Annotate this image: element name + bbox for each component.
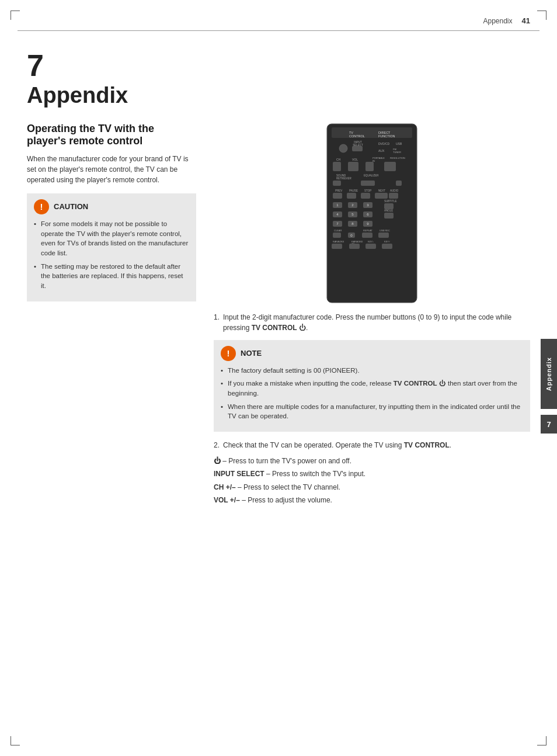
header-page-number: 41 xyxy=(522,16,530,25)
svg-text:CLEAR: CLEAR xyxy=(334,229,342,232)
note-title: NOTE xyxy=(241,349,262,358)
step-2-list: 2. Check that the TV can be operated. Op… xyxy=(214,440,530,450)
svg-text:EQUALIZER: EQUALIZER xyxy=(364,174,379,177)
svg-text:REPEAT: REPEAT xyxy=(363,229,373,232)
svg-text:RETRIEVER: RETRIEVER xyxy=(336,177,352,180)
note-box: ! NOTE The factory default setting is 00… xyxy=(214,340,530,432)
step-1-text: Input the 2-digit manufacturer code. Pre… xyxy=(223,313,511,332)
svg-text:USB REC: USB REC xyxy=(380,229,390,232)
svg-rect-27 xyxy=(333,181,341,186)
svg-text:CONTROL: CONTROL xyxy=(349,134,365,138)
svg-text:KEY♭: KEY♭ xyxy=(368,240,374,243)
svg-rect-76 xyxy=(349,244,360,249)
caution-item-1: For some models it may not be possible t… xyxy=(34,219,189,258)
svg-rect-77 xyxy=(365,244,376,249)
svg-text:FUNCTION: FUNCTION xyxy=(378,134,395,138)
svg-text:RESOLUTION: RESOLUTION xyxy=(390,157,405,159)
def-power: ⏻ – Press to turn the TV's power on and … xyxy=(214,456,530,466)
def-ch: CH +/– – Press to select the TV channel. xyxy=(214,483,530,493)
svg-rect-65 xyxy=(333,233,341,238)
svg-rect-78 xyxy=(382,244,392,249)
corner-mark-tr xyxy=(537,11,546,20)
caution-icon: ! xyxy=(34,199,49,214)
sidebar-appendix-tab: Appendix xyxy=(541,339,557,409)
svg-rect-28 xyxy=(361,181,375,186)
note-item-2: If you make a mistake when inputting the… xyxy=(221,379,523,398)
main-content: 7 Appendix Operating the TV with the pla… xyxy=(27,35,530,733)
section-heading: Operating the TV with the player's remot… xyxy=(27,123,196,148)
svg-text:AUX: AUX xyxy=(378,149,385,152)
caution-box: ! CAUTION For some models it may not be … xyxy=(27,193,196,301)
sidebar-chapter-number: 7 xyxy=(541,415,557,434)
note-icon: ! xyxy=(221,346,236,361)
svg-rect-75 xyxy=(332,244,342,249)
step-2-text: Check that the TV can be operated. Opera… xyxy=(223,441,451,449)
svg-text:PREV: PREV xyxy=(335,189,342,192)
svg-text:KARAOKE: KARAOKE xyxy=(333,240,344,243)
svg-rect-47 xyxy=(384,203,394,209)
svg-rect-23 xyxy=(384,162,396,171)
svg-rect-21 xyxy=(348,162,358,171)
chapter-title: Appendix xyxy=(27,83,530,109)
def-input-select: INPUT SELECT – Press to switch the TV's … xyxy=(214,469,530,479)
caution-item-2: The setting may be restored to the defau… xyxy=(34,262,189,291)
svg-text:CH: CH xyxy=(336,158,341,161)
svg-rect-69 xyxy=(378,233,389,238)
note-item-3: When there are multiple codes for a manu… xyxy=(221,402,523,421)
header-section: Appendix xyxy=(483,17,512,25)
sidebar-label: Appendix xyxy=(545,357,552,391)
svg-text:DVD/CD: DVD/CD xyxy=(378,142,390,145)
svg-text:NEXT: NEXT xyxy=(378,189,385,192)
two-column-layout: Operating the TV with the player's remot… xyxy=(27,123,530,509)
corner-mark-br xyxy=(537,736,546,745)
svg-point-10 xyxy=(339,144,347,152)
svg-rect-55 xyxy=(384,213,394,219)
section-body: When the manufacturer code for your bran… xyxy=(27,154,196,185)
corner-mark-bl xyxy=(11,736,20,745)
svg-text:AUDIO: AUDIO xyxy=(390,189,399,192)
svg-rect-29 xyxy=(396,181,402,186)
svg-rect-1 xyxy=(332,127,412,138)
svg-rect-37 xyxy=(375,193,388,199)
svg-text:USB: USB xyxy=(396,142,402,145)
caution-title: CAUTION xyxy=(54,202,88,211)
svg-rect-11 xyxy=(352,146,363,151)
svg-rect-35 xyxy=(347,193,356,199)
step-1-number: 1. xyxy=(214,312,220,322)
svg-rect-36 xyxy=(361,193,370,199)
svg-rect-68 xyxy=(362,233,373,238)
note-header: ! NOTE xyxy=(221,346,523,361)
corner-mark-tl xyxy=(11,11,20,20)
svg-rect-34 xyxy=(333,193,342,199)
svg-text:KEY♯: KEY♯ xyxy=(384,240,390,243)
step-2: 2. Check that the TV can be operated. Op… xyxy=(214,440,530,450)
svg-rect-20 xyxy=(333,162,341,171)
svg-text:ANGLE: ANGLE xyxy=(384,209,393,212)
remote-image-container: TV CONTROL DIRECT FUNCTION INPUT SELECT … xyxy=(214,123,530,304)
svg-text:SUBTITLE: SUBTITLE xyxy=(384,200,397,203)
header-divider xyxy=(18,30,539,31)
caution-header: ! CAUTION xyxy=(34,199,189,214)
chapter-number: 7 xyxy=(27,50,530,81)
svg-text:PAUSE: PAUSE xyxy=(349,189,358,192)
right-column: TV CONTROL DIRECT FUNCTION INPUT SELECT … xyxy=(214,123,530,509)
svg-text:VOL: VOL xyxy=(352,158,358,161)
caution-list: For some models it may not be possible t… xyxy=(34,219,189,291)
step-1: 1. Input the 2-digit manufacturer code. … xyxy=(214,312,530,333)
left-column: Operating the TV with the player's remot… xyxy=(27,123,196,509)
steps-list: 1. Input the 2-digit manufacturer code. … xyxy=(214,312,530,333)
svg-rect-39 xyxy=(389,193,398,199)
remote-control-image: TV CONTROL DIRECT FUNCTION INPUT SELECT … xyxy=(326,123,418,304)
svg-rect-22 xyxy=(365,162,374,171)
step-2-number: 2. xyxy=(214,440,220,450)
note-list: The factory default setting is 00 (PIONE… xyxy=(221,366,523,421)
note-item-1: The factory default setting is 00 (PIONE… xyxy=(221,366,523,376)
svg-text:TUNER: TUNER xyxy=(393,151,401,154)
page-header: Appendix 41 xyxy=(483,16,530,25)
def-vol: VOL +/– – Press to adjust the volume. xyxy=(214,495,530,505)
svg-text:STOP: STOP xyxy=(364,189,371,192)
